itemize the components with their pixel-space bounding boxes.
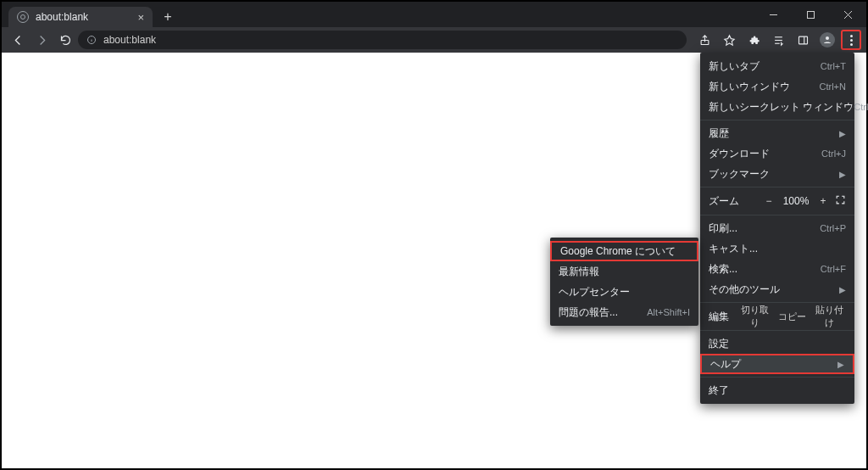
menu-label: ブックマーク: [709, 167, 836, 182]
shortcut-text: Ctrl+Shift+N: [854, 102, 868, 112]
menu-new-tab[interactable]: 新しいタブ Ctrl+T: [700, 56, 854, 76]
forward-button[interactable]: [31, 29, 53, 51]
menu-exit[interactable]: 終了: [700, 380, 854, 400]
shortcut-text: Ctrl+T: [821, 61, 846, 71]
bookmark-star-icon[interactable]: [718, 29, 740, 51]
menu-history[interactable]: 履歴 ▶: [700, 123, 854, 143]
menu-label: ズーム: [709, 194, 757, 209]
menu-label: 問題の報告...: [559, 305, 647, 320]
help-submenu: Google Chrome について 最新情報 ヘルプセンター 問題の報告...…: [550, 238, 698, 326]
edit-copy[interactable]: コピー: [775, 311, 809, 323]
menu-more-tools[interactable]: その他のツール ▶: [700, 279, 854, 299]
app-frame: about:blank × + about:blank: [0, 0, 868, 470]
share-icon[interactable]: [693, 29, 715, 51]
kebab-menu-button[interactable]: [841, 30, 861, 50]
menu-label: 新しいタブ: [709, 59, 821, 74]
tab-title: about:blank: [36, 11, 131, 23]
menu-label: 印刷...: [709, 221, 820, 236]
help-about-chrome[interactable]: Google Chrome について: [550, 241, 698, 261]
menu-print[interactable]: 印刷... Ctrl+P: [700, 218, 854, 238]
menu-label: 編集: [709, 310, 734, 324]
menu-separator: [700, 330, 854, 331]
address-bar[interactable]: about:blank: [78, 31, 687, 49]
chevron-right-icon: ▶: [839, 129, 846, 138]
menu-label: 検索...: [709, 262, 821, 277]
shortcut-text: Ctrl+J: [821, 148, 846, 159]
window-minimize-button[interactable]: [754, 2, 792, 27]
svg-rect-1: [807, 11, 814, 18]
svg-rect-12: [798, 36, 807, 44]
menu-new-incognito[interactable]: 新しいシークレット ウィンドウ Ctrl+Shift+N: [700, 97, 854, 117]
edit-paste[interactable]: 貼り付け: [812, 304, 846, 329]
side-panel-icon[interactable]: [792, 29, 814, 51]
menu-separator: [700, 377, 854, 378]
chevron-right-icon: ▶: [839, 170, 846, 179]
menu-label: Google Chrome について: [560, 244, 688, 259]
shortcut-text: Ctrl+N: [820, 81, 846, 92]
chevron-right-icon: ▶: [837, 360, 844, 369]
reload-button[interactable]: [54, 29, 76, 51]
menu-label: 履歴: [709, 126, 836, 141]
menu-label: 新しいシークレット ウィンドウ: [709, 100, 854, 115]
menu-find[interactable]: 検索... Ctrl+F: [700, 259, 854, 279]
menu-separator: [700, 187, 854, 187]
zoom-out-button[interactable]: −: [762, 195, 776, 207]
menu-zoom: ズーム − 100% +: [700, 190, 854, 212]
svg-marker-8: [724, 35, 733, 44]
url-text: about:blank: [103, 34, 156, 46]
menu-settings[interactable]: 設定: [700, 333, 854, 354]
new-tab-button[interactable]: +: [158, 7, 178, 27]
shortcut-text: Ctrl+F: [821, 264, 846, 274]
profile-button[interactable]: [816, 29, 838, 51]
close-tab-icon[interactable]: ×: [137, 11, 144, 24]
edit-cut[interactable]: 切り取り: [737, 304, 771, 329]
fullscreen-button[interactable]: [835, 194, 846, 208]
site-info-icon[interactable]: [86, 35, 97, 45]
menu-separator: [700, 302, 854, 303]
menu-label: ヘルプセンター: [559, 285, 690, 299]
avatar-icon: [820, 32, 835, 48]
svg-point-14: [826, 36, 829, 40]
menu-help[interactable]: ヘルプ ▶: [700, 354, 854, 374]
vertical-dots-icon: [850, 35, 853, 46]
menu-label: 最新情報: [559, 265, 690, 279]
zoom-in-button[interactable]: +: [816, 195, 830, 207]
menu-bookmarks[interactable]: ブックマーク ▶: [700, 164, 854, 184]
help-whats-new[interactable]: 最新情報: [550, 261, 698, 282]
window-maximize-button[interactable]: [792, 2, 829, 27]
browser-tab[interactable]: about:blank ×: [8, 7, 153, 27]
menu-downloads[interactable]: ダウンロード Ctrl+J: [700, 143, 854, 164]
menu-label: 新しいウィンドウ: [709, 80, 820, 94]
globe-icon: [17, 11, 29, 23]
main-menu: 新しいタブ Ctrl+T 新しいウィンドウ Ctrl+N 新しいシークレット ウ…: [700, 53, 854, 404]
menu-label: ダウンロード: [709, 147, 821, 161]
menu-cast[interactable]: キャスト...: [700, 238, 854, 259]
menu-label: その他のツール: [709, 283, 836, 297]
help-help-center[interactable]: ヘルプセンター: [550, 282, 698, 302]
toolbar-right-cluster: [693, 29, 861, 51]
menu-label: 終了: [709, 383, 846, 398]
back-button[interactable]: [7, 29, 29, 51]
menu-label: ヘルプ: [710, 357, 834, 372]
extensions-icon[interactable]: [743, 29, 765, 51]
zoom-value: 100%: [781, 195, 811, 207]
title-bar: about:blank × +: [2, 2, 866, 27]
window-close-button[interactable]: [829, 2, 866, 27]
menu-separator: [700, 120, 854, 120]
shortcut-text: Alt+Shift+I: [647, 307, 690, 317]
toolbar: about:blank: [2, 27, 866, 53]
menu-edit-row: 編集 切り取り コピー 貼り付け: [700, 305, 854, 327]
menu-label: 設定: [709, 337, 846, 351]
chevron-right-icon: ▶: [839, 285, 846, 294]
shortcut-text: Ctrl+P: [820, 223, 846, 233]
menu-new-window[interactable]: 新しいウィンドウ Ctrl+N: [700, 76, 854, 97]
menu-separator: [700, 215, 854, 215]
help-report-issue[interactable]: 問題の報告... Alt+Shift+I: [550, 302, 698, 322]
menu-label: キャスト...: [709, 242, 846, 256]
reading-list-icon[interactable]: [767, 29, 789, 51]
